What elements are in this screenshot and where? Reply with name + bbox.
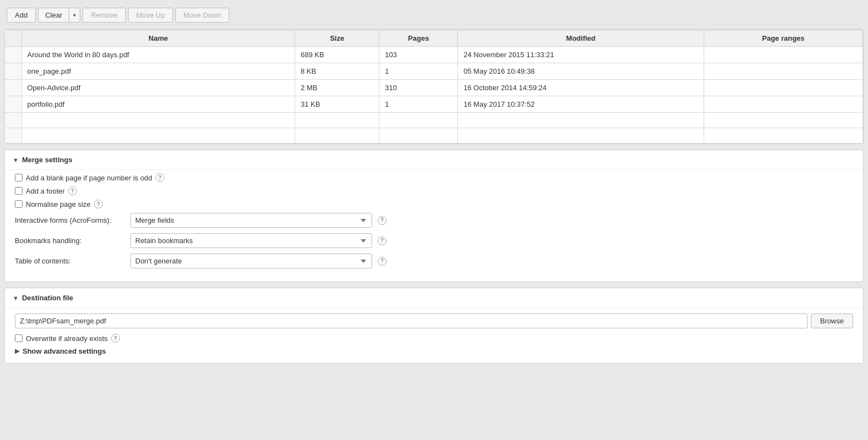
destination-file-triangle: ▼ [13, 295, 19, 301]
remove-button[interactable]: Remove [82, 8, 125, 23]
clear-arrow-button[interactable]: ▾ [69, 8, 80, 22]
bookmarks-select[interactable]: Retain bookmarks Discard bookmarks Creat… [130, 233, 372, 248]
table-cell-size: 2 MB [295, 80, 379, 96]
table-cell-page-ranges[interactable] [704, 47, 863, 63]
add-footer-row: Add a footer ? [15, 186, 853, 195]
table-cell-page-ranges[interactable] [704, 63, 863, 80]
add-footer-label: Add a footer [26, 187, 65, 195]
table-cell-size: 31 KB [295, 96, 379, 113]
table-cell-ranges-empty [704, 113, 863, 128]
merge-settings-header[interactable]: ▼ Merge settings [5, 150, 863, 169]
table-cell-name: Open-Advice.pdf [21, 80, 295, 96]
table-cell-page-ranges[interactable] [704, 96, 863, 113]
toc-label: Table of contents: [15, 257, 125, 265]
table-cell-pages: 310 [379, 80, 458, 96]
toolbar: Add Clear ▾ Remove Move Up Move Down [4, 4, 864, 26]
merge-settings-section: ▼ Merge settings Add a blank page if pag… [4, 150, 864, 282]
table-cell-ranges-empty [704, 128, 863, 144]
interactive-forms-row: Interactive forms (AcroForms): Merge fie… [15, 213, 853, 228]
bookmarks-label: Bookmarks handling: [15, 237, 125, 245]
table-cell-rownum [5, 96, 21, 113]
table-cell-rownum-empty [5, 128, 21, 144]
overwrite-row: Overwrite if already exists ? [15, 334, 853, 343]
file-table: Name Size Pages Modified Page ranges Aro… [5, 30, 863, 144]
move-up-button[interactable]: Move Up [128, 8, 173, 23]
table-cell-name: portfolio.pdf [21, 96, 295, 113]
destination-file-body: Browse Overwrite if already exists ? ▶ S… [5, 307, 863, 363]
table-col-page-ranges: Page ranges [704, 30, 863, 47]
table-col-rownum [5, 30, 21, 47]
interactive-forms-help-icon[interactable]: ? [378, 216, 386, 225]
table-cell-name: one_page.pdf [21, 63, 295, 80]
table-cell-pages: 103 [379, 47, 458, 63]
blank-page-row: Add a blank page if page number is odd ? [15, 173, 853, 182]
overwrite-help-icon[interactable]: ? [111, 334, 120, 343]
table-cell-modified: 16 May 2017 10:37:52 [458, 96, 704, 113]
table-cell-name-empty [21, 113, 295, 128]
bookmarks-help-icon[interactable]: ? [378, 237, 386, 245]
interactive-forms-select[interactable]: Merge fields Flatten Discard [130, 213, 372, 228]
table-cell-rownum [5, 80, 21, 96]
destination-file-header[interactable]: ▼ Destination file [5, 288, 863, 307]
table-cell-modified: 05 May 2016 10:49:38 [458, 63, 704, 80]
blank-page-help-icon[interactable]: ? [156, 173, 164, 182]
table-cell-size-empty [295, 113, 379, 128]
table-col-name: Name [21, 30, 295, 47]
move-down-button[interactable]: Move Down [175, 8, 230, 23]
normalise-help-icon[interactable]: ? [94, 200, 103, 208]
table-cell-rownum-empty [5, 113, 21, 128]
overwrite-checkbox[interactable] [15, 334, 23, 342]
toc-help-icon[interactable]: ? [378, 257, 386, 266]
toc-select[interactable]: Don't generate Generate [130, 254, 372, 268]
table-cell-size: 8 KB [295, 63, 379, 80]
table-cell-modified: 16 October 2014 14:59:24 [458, 80, 704, 96]
bookmarks-row: Bookmarks handling: Retain bookmarks Dis… [15, 233, 853, 248]
advanced-triangle: ▶ [15, 348, 19, 355]
normalise-checkbox[interactable] [15, 200, 23, 208]
normalise-label: Normalise page size [26, 200, 91, 208]
table-cell-pages: 1 [379, 96, 458, 113]
table-empty-row [5, 128, 863, 144]
clear-main-button[interactable]: Clear [38, 8, 69, 22]
clear-split-button[interactable]: Clear ▾ [38, 8, 80, 23]
table-cell-rownum [5, 63, 21, 80]
destination-path-input[interactable] [15, 314, 808, 328]
add-footer-checkbox[interactable] [15, 187, 23, 195]
show-advanced-row[interactable]: ▶ Show advanced settings [15, 347, 853, 355]
table-col-pages: Pages [379, 30, 458, 47]
merge-settings-body: Add a blank page if page number is odd ?… [5, 169, 863, 282]
table-cell-page-ranges[interactable] [704, 80, 863, 96]
table-row[interactable]: one_page.pdf 8 KB 1 05 May 2016 10:49:38 [5, 63, 863, 80]
table-cell-modified: 24 November 2015 11:33:21 [458, 47, 704, 63]
file-list-section: Name Size Pages Modified Page ranges Aro… [4, 29, 864, 144]
table-cell-name-empty [21, 128, 295, 144]
advanced-label: Show advanced settings [23, 347, 106, 355]
table-row[interactable]: Around the World in 80 days.pdf 689 KB 1… [5, 47, 863, 63]
table-row[interactable]: Open-Advice.pdf 2 MB 310 16 October 2014… [5, 80, 863, 96]
overwrite-label: Overwrite if already exists [26, 334, 108, 343]
table-cell-size-empty [295, 128, 379, 144]
destination-file-section: ▼ Destination file Browse Overwrite if a… [4, 288, 864, 364]
interactive-forms-label: Interactive forms (AcroForms): [15, 216, 125, 224]
table-cell-size: 689 KB [295, 47, 379, 63]
blank-page-checkbox[interactable] [15, 174, 23, 182]
table-col-modified: Modified [458, 30, 704, 47]
table-cell-modified-empty [458, 113, 704, 128]
table-empty-row [5, 113, 863, 128]
browse-button[interactable]: Browse [811, 314, 853, 328]
add-footer-help-icon[interactable]: ? [68, 186, 77, 195]
table-cell-pages: 1 [379, 63, 458, 80]
table-col-size: Size [295, 30, 379, 47]
destination-path-row: Browse [15, 314, 853, 328]
table-cell-name: Around the World in 80 days.pdf [21, 47, 295, 63]
table-cell-modified-empty [458, 128, 704, 144]
destination-file-title: Destination file [22, 294, 73, 302]
table-cell-pages-empty [379, 128, 458, 144]
add-button[interactable]: Add [7, 8, 36, 23]
normalise-row: Normalise page size ? [15, 200, 853, 208]
table-row[interactable]: portfolio.pdf 31 KB 1 16 May 2017 10:37:… [5, 96, 863, 113]
table-cell-pages-empty [379, 113, 458, 128]
blank-page-label: Add a blank page if page number is odd [26, 174, 152, 182]
toc-row: Table of contents: Don't generate Genera… [15, 254, 853, 268]
merge-settings-triangle: ▼ [13, 157, 19, 163]
